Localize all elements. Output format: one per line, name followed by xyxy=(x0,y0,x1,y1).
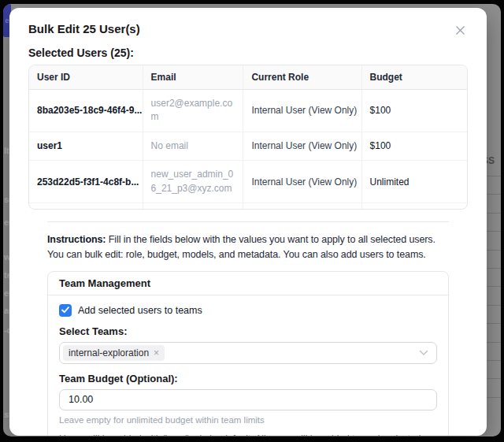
background-text-fragment: lt xyxy=(4,146,9,155)
instructions-text: Instructions: Fill in the fields below w… xyxy=(47,232,449,262)
window-frame: { "background": { "left_fragments": [ {"… xyxy=(0,0,504,442)
cell-role: Internal User (View Only) xyxy=(243,132,361,161)
selected-users-heading: Selected Users (25): xyxy=(28,46,468,59)
table-row: user1No emailInternal User (View Only)$1… xyxy=(29,132,467,161)
bulk-edit-modal: Bulk Edit 25 User(s) Selected Users (25)… xyxy=(9,8,487,436)
team-budget-input[interactable] xyxy=(59,389,437,410)
team-management-card: Team Management Add selected users to te… xyxy=(47,271,449,436)
column-header: Current Role xyxy=(243,65,361,90)
modal-title: Bulk Edit 25 User(s) xyxy=(28,22,140,35)
cell-email: user2@example.com xyxy=(143,90,244,132)
instructions-label: Instructions: xyxy=(47,234,106,245)
chevron-down-icon xyxy=(419,350,428,356)
table-row: 5dbd2335-cdd6-47ca-b...interInternal Use… xyxy=(29,203,467,210)
cell-email: new_user_admin_06_21_p3@xyz.com xyxy=(143,161,244,203)
team-management-title: Team Management xyxy=(48,272,448,295)
cell-user_id: 8ba203e5-18c9-46f4-9... xyxy=(29,90,143,132)
table-header-row: User IDEmailCurrent RoleBudget xyxy=(29,65,467,90)
cell-role: Internal User (View Only) xyxy=(243,203,361,210)
add-users-to-teams-checkbox-row[interactable]: Add selected users to teams xyxy=(59,304,437,317)
column-header: Email xyxy=(143,65,244,90)
cell-budget: $100 xyxy=(362,132,467,161)
column-header: Budget xyxy=(362,65,467,90)
cell-user_id: user1 xyxy=(29,132,143,161)
remove-team-tag-icon[interactable]: × xyxy=(154,348,159,358)
budget-help-text: Leave empty for unlimited budget within … xyxy=(59,415,437,425)
section-divider xyxy=(47,221,449,222)
select-teams-label: Select Teams: xyxy=(59,325,437,337)
selected-team-tag: internal-exploration × xyxy=(63,345,165,361)
selected-users-table[interactable]: User IDEmailCurrent RoleBudget 8ba203e5-… xyxy=(28,65,468,210)
close-button[interactable] xyxy=(453,23,468,38)
team-footer-note: Users will be added with "user" role by … xyxy=(59,433,437,436)
teams-select[interactable]: internal-exploration × xyxy=(59,342,437,364)
cell-budget: Unlimited xyxy=(362,161,467,203)
checkbox-checked-icon[interactable] xyxy=(59,304,72,317)
checkbox-label: Add selected users to teams xyxy=(78,305,202,316)
cell-email: No email xyxy=(143,132,244,161)
team-tag-label: internal-exploration xyxy=(69,347,149,358)
cell-email: inter xyxy=(143,203,244,210)
table-row: 253d22d5-f3f1-4c8f-b...new_user_admin_06… xyxy=(29,161,467,203)
column-header: User ID xyxy=(29,65,143,90)
close-icon xyxy=(454,24,466,36)
cell-user_id: 5dbd2335-cdd6-47ca-b... xyxy=(29,203,143,210)
team-budget-label: Team Budget (Optional): xyxy=(59,373,437,384)
cell-role: Internal User (View Only) xyxy=(243,90,361,132)
cell-budget: Unlimited xyxy=(362,203,467,210)
table-row: 8ba203e5-18c9-46f4-9...user2@example.com… xyxy=(29,90,467,132)
cell-budget: $100 xyxy=(362,90,467,132)
cell-user_id: 253d22d5-f3f1-4c8f-b... xyxy=(29,161,143,203)
cell-role: Internal User (View Only) xyxy=(243,161,361,203)
